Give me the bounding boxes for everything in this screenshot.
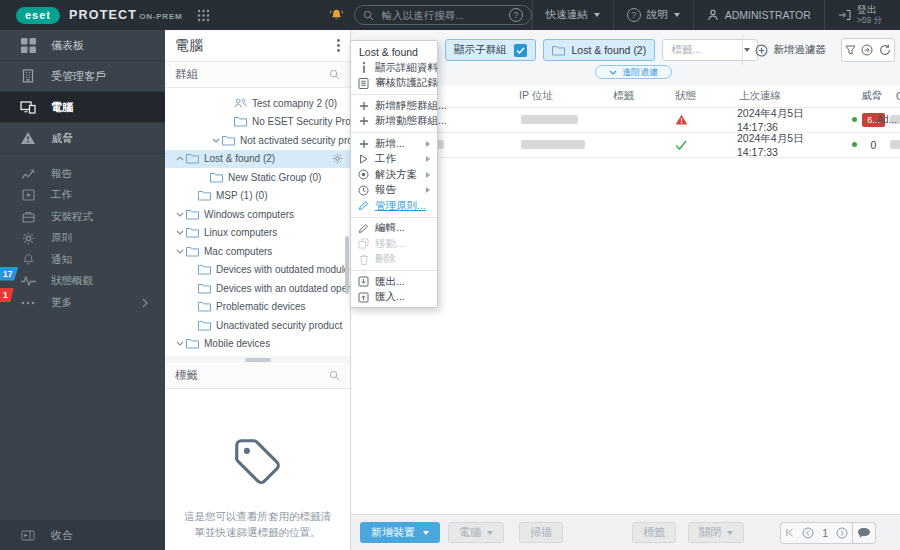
sidebar-item-policies[interactable]: 原則 [0,228,165,250]
folder-icon [186,338,199,349]
clock-icon [358,185,369,196]
tree-item[interactable]: Mac computers [165,242,350,261]
tree-item[interactable]: No ESET Security Product [165,113,350,132]
tree-item[interactable]: Windows computers [165,205,350,224]
add-filter-button[interactable]: 新增過濾器 [742,35,839,65]
refresh-icon[interactable] [879,44,891,56]
tree-item[interactable]: Linux computers [165,224,350,243]
tree-item[interactable]: Unactivated security product [165,316,350,335]
folder-icon [552,45,565,56]
close-button: 關閉 [688,522,744,543]
eset-logo[interactable]: eset [16,7,60,24]
column-header[interactable]: IP 位址 [517,89,611,103]
menu-divider [351,94,437,95]
tags-search-icon[interactable] [329,370,340,381]
group-gear-icon[interactable] [332,153,347,164]
export-icon [358,276,369,287]
sidebar-item-label: 更多 [51,296,72,310]
tree-horizontal-scrollbar[interactable] [165,356,350,363]
tree-item-label: Mac computers [204,246,272,257]
play-icon [358,154,369,164]
submenu-arrow-icon [426,141,430,147]
menu-item[interactable]: 管理原則... [351,198,437,214]
sidebar-item-computers[interactable]: 電腦 [0,92,165,123]
funnel-icon[interactable] [845,45,856,55]
column-header[interactable]: 標籤 [611,89,663,103]
sidebar-item-reports[interactable]: 報告 [0,163,165,185]
tree-item[interactable]: Problematic devices [165,298,350,317]
tree-item[interactable]: MSP (1) (0) [165,187,350,206]
tree-item[interactable]: Lost & found (2) [165,150,350,169]
notification-bell-icon[interactable] [329,8,344,22]
menu-item[interactable]: 匯入... [351,290,437,306]
menu-item[interactable]: 新增靜態群組... [351,98,437,114]
show-subgroups-toggle[interactable]: 顯示子群組 [445,39,536,61]
menu-item[interactable]: 報告 [351,183,437,199]
move-icon [358,238,369,249]
context-menu-items: 顯示詳細資料 審核防護記錄 新增靜態群組... 新增動態群組... 新增... … [351,60,437,305]
menu-item[interactable]: 編輯... [351,221,437,237]
top-bar: eset PROTECTON-PREM ? 快速連結 ?說明 ADMINISTR… [0,0,900,30]
kebab-menu-icon[interactable] [337,39,340,52]
sidebar-item-dashboard[interactable]: 儀表板 [0,30,165,61]
sidebar-collapse-button[interactable]: 收合 [0,520,165,550]
checkbox-checked-icon[interactable] [514,44,527,57]
tree-vertical-scrollbar[interactable] [345,236,349,294]
sidebar-item-more[interactable]: 1 更多 [0,292,165,314]
quick-links-menu[interactable]: 快速連結 [532,0,613,30]
groups-panel: 電腦 群組 Test comapny 2 (0) No ESET Securit… [165,30,351,550]
arrow-circle-icon[interactable] [861,44,873,56]
groups-search-icon[interactable] [329,69,340,80]
logout-button[interactable]: 登出>59 分 [824,0,900,30]
chevron-right-icon [137,298,153,308]
menu-item: 移動... [351,236,437,252]
sidebar-item-managed-clients[interactable]: 受管理客戶 [0,61,165,92]
sidebar-item-notifications[interactable]: 通知 [0,249,165,271]
menu-item[interactable]: 顯示詳細資料 [351,60,437,76]
advanced-filter-toggle[interactable]: 進階過濾 [595,65,672,79]
sidebar-item-tasks[interactable]: 工作 [0,185,165,207]
sidebar-item-installers[interactable]: 安裝程式 [0,206,165,228]
feedback-bubble-icon[interactable] [852,523,875,543]
menu-item[interactable]: 工作 [351,152,437,168]
threats-icon [20,131,36,145]
first-page-button[interactable] [781,523,798,543]
sidebar-item-label: 工作 [51,188,72,202]
tree-item[interactable]: Not activated security product [165,131,350,150]
sidebar-item-label: 電腦 [51,100,73,115]
menu-item-label: 移動... [375,237,405,251]
folder-icon [198,264,211,275]
tree-item[interactable]: Devices with outdated modules [165,261,350,280]
sidebar-item-status-overview[interactable]: 17 狀態概觀 [0,271,165,293]
menu-item[interactable]: 新增... [351,136,437,152]
tree-item[interactable]: New Static Group (0) [165,168,350,187]
user-menu[interactable]: ADMINISTRATOR [693,0,824,30]
tree-item[interactable]: Test comapny 2 (0) [165,94,350,113]
next-page-button[interactable] [832,523,852,543]
tree-item[interactable]: Mobile devices [165,335,350,354]
prev-page-button[interactable] [798,523,818,543]
menu-item: 刪除 [351,252,437,268]
help-menu[interactable]: ?說明 [613,0,693,30]
redacted-ip-address [521,140,585,149]
group-filter-button[interactable]: Lost & found (2) [543,39,656,61]
context-menu-title: Lost & found [351,43,437,60]
sidebar-item-threats[interactable]: 威脅 [0,123,165,154]
column-header[interactable]: 威脅 [859,89,894,103]
column-header[interactable]: 上次連線 [737,89,859,103]
add-device-button[interactable]: 新增裝置 [360,522,440,543]
column-header[interactable]: 狀態 [663,89,737,103]
tree-item[interactable]: Devices with an outdated operating syste… [165,279,350,298]
search-help-icon[interactable]: ? [509,8,523,22]
column-header[interactable]: OS ... [894,90,900,102]
menu-item[interactable]: 匯出... [351,274,437,290]
group-context-menu: Lost & found 顯示詳細資料 審核防護記錄 新增靜態群組... 新增動… [350,40,438,308]
menu-item[interactable]: 新增動態群組... [351,114,437,130]
global-search-input[interactable] [380,8,503,22]
app-grid-icon[interactable] [197,9,210,22]
groups-header: 群組 [175,67,198,82]
menu-item[interactable]: 審核防護記錄 [351,76,437,92]
info-icon [358,62,369,73]
menu-item[interactable]: 解決方案 [351,167,437,183]
plus-circle-icon [755,44,768,57]
